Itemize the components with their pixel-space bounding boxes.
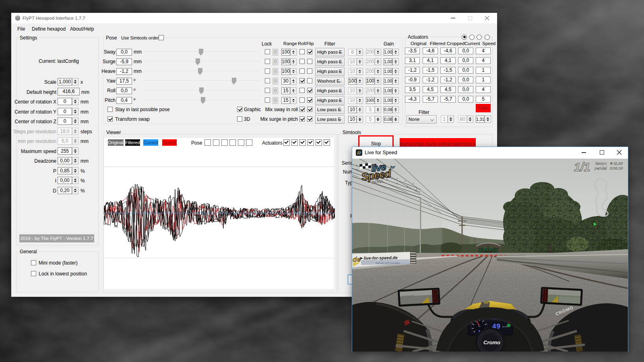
- svg-text:# 11.89: # 11.89: [610, 161, 623, 165]
- svg-text:1/1: 1/1: [574, 161, 590, 174]
- svg-text:Cromo: Cromo: [483, 339, 500, 345]
- svg-text:km/h: km/h: [502, 325, 508, 328]
- svg-text:for: for: [390, 165, 396, 169]
- svg-text:➤ live-for-speed.de: ➤ live-for-speed.de: [359, 255, 398, 261]
- svg-text:German LFS Company: German LFS Company: [376, 262, 400, 264]
- svg-text:parcial: parcial: [594, 166, 607, 170]
- svg-text:tempo: tempo: [595, 161, 607, 165]
- svg-text:0:30.19: 0:30.19: [610, 166, 623, 170]
